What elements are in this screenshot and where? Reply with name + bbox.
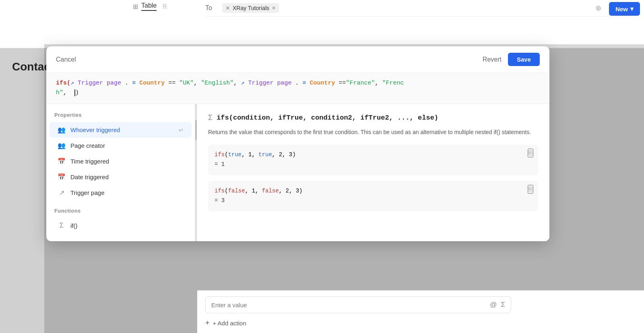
formula-comma3: , — [375, 80, 379, 87]
left-panel: Properties 👥 Whoever triggered ↵ 👥 Page … — [46, 104, 195, 241]
copy-button-2[interactable]: ⎘ — [528, 185, 533, 194]
formula-fn-name: ifs( — [56, 80, 70, 87]
formula-comma4: , — [63, 89, 67, 96]
modal-header: Cancel Revert Save — [46, 46, 549, 73]
formula-val-french: "Frenc — [382, 80, 404, 87]
to-row: To ✕ XRay Tutorials ✕ ⊗ CC/BCC — [205, 0, 636, 17]
trigger-page-label: Trigger page — [70, 189, 105, 196]
code-rest-2: , 2, 3) — [279, 188, 303, 194]
code-ifs-2: ifs — [215, 188, 225, 194]
code-comma-1a: , 1, — [242, 151, 258, 158]
value-input-row: @ Σ — [205, 296, 511, 313]
copy-button-1[interactable]: ⎘ — [528, 149, 533, 157]
to-input[interactable] — [284, 5, 590, 11]
functions-section-title: Functions — [46, 208, 195, 218]
code-ifs-1: ifs — [215, 151, 225, 158]
revert-button[interactable]: Revert — [483, 56, 502, 63]
page-creator-label: Page creator — [70, 142, 105, 149]
code-true-2: true — [258, 151, 272, 158]
formula-arrow-icon1: ↗ — [70, 80, 74, 87]
formula-val-english: "English" — [201, 80, 233, 87]
formula-val-france: "France" — [346, 80, 375, 87]
sigma-button[interactable]: Σ — [501, 301, 505, 309]
modal-body: Properties 👥 Whoever triggered ↵ 👥 Page … — [46, 104, 549, 241]
people-icon-2: 👥 — [58, 142, 66, 149]
right-panel: Σ ifs(condition, ifTrue, condition2, ifT… — [197, 104, 549, 241]
sidebar-item-trigger-page[interactable]: ↗ Trigger page — [50, 185, 192, 201]
bottom-bar: @ Σ + + Add action — [197, 290, 644, 333]
calendar-icon: 📅 — [58, 173, 66, 181]
code-true-1: true — [228, 151, 242, 158]
formula-prop-icon1: ≡ — [132, 80, 136, 87]
table-nav: ⊞ Table ⎘ — [133, 2, 167, 11]
whoever-triggered-label: Whoever triggered — [70, 126, 120, 133]
value-input[interactable] — [211, 302, 486, 308]
code-example-2: ifs(false, 1, false, 2, 3) = 3 ⎘ — [208, 181, 538, 211]
table-icon: ⊞ — [133, 3, 138, 10]
code-paren-1a: ( — [225, 151, 228, 158]
formula-suffix: ) — [75, 89, 79, 96]
code-paren-2a: ( — [225, 188, 228, 194]
properties-section-title: Properties — [46, 112, 195, 122]
enter-icon: ↵ — [179, 127, 184, 133]
formula-op2: == — [339, 80, 346, 87]
formula-dot1: . — [125, 80, 128, 87]
sidebar-item-whoever-triggered[interactable]: 👥 Whoever triggered ↵ — [50, 122, 192, 138]
panel-divider — [195, 104, 197, 241]
clear-btn[interactable]: ⊗ — [595, 4, 601, 12]
people-icon-1: 👥 — [58, 126, 66, 134]
table-label: Table — [141, 2, 157, 11]
code-false-1: false — [228, 188, 245, 194]
formula-cursor — [70, 89, 75, 96]
recipient-chip: ✕ XRay Tutorials ✕ — [222, 3, 279, 13]
at-button[interactable]: @ — [490, 301, 497, 309]
formula-comma1: , — [194, 80, 197, 87]
scroll-indicator — [195, 120, 197, 140]
sidebar-item-date-triggered[interactable]: 📅 Date triggered — [50, 169, 192, 185]
recipient-name: XRay Tutorials — [233, 5, 269, 11]
if-fn-label: if() — [70, 222, 78, 229]
code-result-2: = 3 — [215, 197, 225, 204]
formula-bar[interactable]: ifs(↗ Trigger page . ≡ Country == "UK", … — [46, 73, 549, 104]
code-line-1b: = 1 — [215, 160, 532, 170]
new-label: New — [615, 6, 628, 12]
code-false-2: false — [262, 188, 279, 194]
remove-recipient-btn[interactable]: ✕ — [272, 5, 276, 11]
code-example-1: ifs(true, 1, true, 2, 3) = 1 ⎘ — [208, 145, 538, 175]
formula-dot2: . — [295, 80, 299, 87]
formula-country2: Country — [310, 80, 335, 87]
code-result-1: = 1 — [215, 161, 225, 168]
new-button[interactable]: New ▾ — [609, 2, 640, 16]
sigma-icon-left: Σ — [58, 222, 66, 229]
time-triggered-label: Time triggered — [70, 158, 109, 165]
code-comma-2a: , 1, — [245, 188, 262, 194]
fn-signature: ifs(condition, ifTrue, condition2, ifTru… — [217, 114, 438, 122]
sidebar-item-time-triggered[interactable]: 📅 Time triggered — [50, 153, 192, 169]
fn-description: Returns the value that corresponds to th… — [208, 128, 538, 137]
formula-prop-icon2: ≡ — [302, 80, 306, 87]
chevron-down-icon: ▾ — [630, 5, 634, 12]
email-compose: To ✕ XRay Tutorials ✕ ⊗ CC/BCC — [197, 0, 644, 17]
formula-country1: Country — [139, 80, 165, 87]
add-action-row[interactable]: + + Add action — [205, 319, 636, 327]
add-action-label: + Add action — [213, 320, 246, 327]
arrow-up-right-icon: ↗ — [58, 189, 66, 196]
formula-comma2: , — [233, 80, 237, 87]
x-icon-left: ✕ — [225, 5, 230, 11]
sigma-icon-right: Σ — [208, 114, 213, 122]
fn-title-row: Σ ifs(condition, ifTrue, condition2, ifT… — [208, 114, 538, 122]
modal: Cancel Revert Save ifs(↗ Trigger page . … — [46, 46, 549, 241]
formula-page1: Trigger page — [78, 80, 121, 87]
code-line-2a: ifs(false, 1, false, 2, 3) — [215, 186, 532, 196]
formula-val-uk: "UK" — [179, 80, 194, 87]
to-label: To — [205, 4, 217, 12]
formula-op1: == — [168, 80, 175, 87]
cancel-button[interactable]: Cancel — [56, 56, 76, 63]
date-triggered-label: Date triggered — [70, 174, 109, 180]
code-line-2b: = 3 — [215, 196, 532, 206]
plus-icon: + — [205, 319, 210, 327]
save-button[interactable]: Save — [508, 53, 540, 66]
sidebar-item-page-creator[interactable]: 👥 Page creator — [50, 138, 192, 153]
sidebar-item-if-fn[interactable]: Σ if() — [50, 218, 192, 233]
formula-page2: Trigger page — [248, 80, 291, 87]
